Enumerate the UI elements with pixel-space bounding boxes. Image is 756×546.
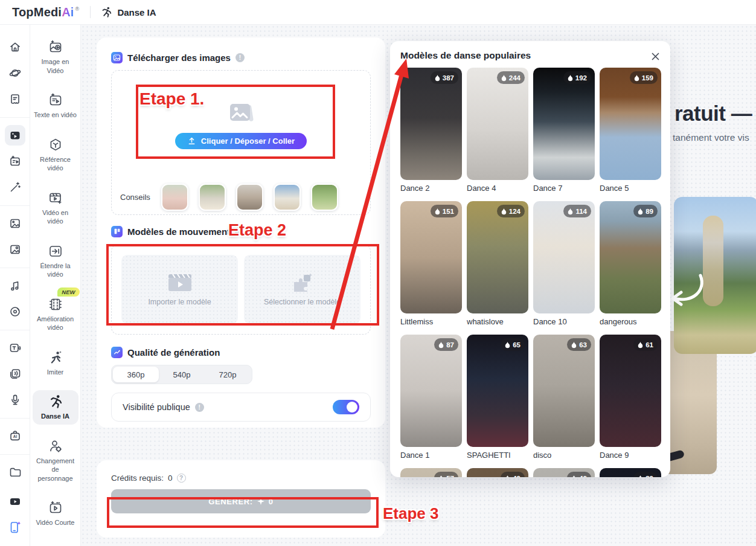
sidebar-item-reference-video[interactable]: Référence vidéo	[33, 133, 78, 176]
image-edit-icon[interactable]	[5, 239, 25, 260]
text-to-speech-icon[interactable]	[5, 338, 25, 358]
sidebar-item-video-courte[interactable]: Vidéo Courte	[33, 496, 78, 531]
dance-model-thumbnail[interactable]: 57	[400, 468, 462, 477]
upload-zone[interactable]: Cliquer / Déposer / Coller	[112, 71, 370, 179]
video-plus-icon[interactable]	[5, 151, 25, 172]
upload-dropzone[interactable]: Cliquer / Déposer / Coller Conseils	[111, 70, 371, 215]
dance-model-card[interactable]: 46	[533, 468, 595, 477]
popularity-count: 151	[443, 208, 454, 215]
dance-model-thumbnail[interactable]: 46	[533, 468, 595, 477]
dance-model-thumbnail[interactable]: 63	[533, 335, 595, 447]
ai-tools-icon[interactable]: AI	[5, 426, 25, 446]
dance-model-card[interactable]: 87 Dance 1	[400, 335, 462, 460]
close-icon[interactable]	[649, 50, 661, 62]
image-icon[interactable]	[5, 213, 25, 234]
youtube-icon[interactable]	[5, 491, 25, 512]
info-icon[interactable]	[195, 403, 204, 412]
dance-model-card[interactable]: 89 dangerous	[600, 201, 661, 326]
flame-icon	[638, 341, 643, 348]
sidebar-item-video-en-video[interactable]: Vidéo en vidéo	[33, 187, 78, 230]
sidebar-item-danse-ia[interactable]: Danse IA	[33, 390, 78, 425]
sidebar-item-amelioration-video[interactable]: NEW Amélioration vidéo	[33, 293, 78, 336]
sidebar-item-imiter[interactable]: Imiter	[33, 346, 78, 381]
import-model-card[interactable]: Importer le modèle	[121, 255, 238, 324]
dance-model-thumbnail[interactable]: 65	[467, 335, 528, 447]
music-icon[interactable]	[5, 275, 25, 296]
phone-app-icon[interactable]	[5, 517, 25, 538]
sidebar-item-label: Vidéo en vidéo	[34, 208, 77, 226]
brand-logo[interactable]: TopMediAi®	[12, 5, 79, 19]
vinyl-icon[interactable]	[5, 301, 25, 322]
microphone-icon[interactable]	[5, 390, 25, 410]
visibility-toggle[interactable]	[333, 400, 359, 414]
dance-model-card[interactable]: 387 Dance 2	[400, 68, 462, 193]
example-thumbnail[interactable]	[161, 184, 188, 211]
dance-model-card[interactable]: 63 disco	[533, 335, 595, 460]
help-icon[interactable]	[177, 474, 186, 483]
dance-model-card[interactable]: 39	[600, 468, 661, 477]
info-icon[interactable]	[235, 53, 245, 62]
dance-model-thumbnail[interactable]: 49	[467, 468, 528, 477]
popularity-badge: 124	[497, 205, 525, 217]
popularity-badge: 39	[633, 472, 658, 477]
quality-option-360p[interactable]: 360p	[113, 367, 159, 382]
clapperboard-icon	[167, 272, 193, 293]
credits-label: Crédits requis:	[111, 474, 164, 483]
video-hub-icon[interactable]	[5, 125, 25, 146]
home-icon[interactable]	[5, 37, 25, 57]
dance-model-thumbnail[interactable]: 124	[467, 201, 528, 313]
explore-planet-icon[interactable]	[5, 63, 25, 83]
quality-segmented-control: 360p 540p 720p	[111, 365, 252, 384]
magic-wand-icon[interactable]	[5, 177, 25, 198]
video-enhance-icon	[48, 297, 63, 312]
sidebar-item-etendre-la-video[interactable]: Étendre la vidéo	[33, 240, 78, 283]
example-thumbnail[interactable]	[236, 184, 263, 211]
dance-model-card[interactable]: 159 Dance 5	[600, 68, 661, 193]
reference-video-icon	[48, 137, 63, 153]
dance-model-card[interactable]: 244 Dance 4	[467, 68, 528, 193]
dance-model-thumbnail[interactable]: 87	[400, 335, 462, 447]
dance-model-thumbnail[interactable]: 159	[600, 68, 661, 180]
dance-model-card[interactable]: 57	[400, 468, 462, 477]
example-thumbnail[interactable]	[199, 184, 226, 211]
dance-model-card[interactable]: 114 Dance 10	[533, 201, 595, 326]
example-thumbnail[interactable]	[274, 184, 301, 211]
upload-button[interactable]: Cliquer / Déposer / Coller	[175, 133, 307, 149]
example-thumbnail[interactable]	[311, 184, 338, 211]
dance-model-card[interactable]: 61 Dance 9	[600, 335, 661, 460]
dance-model-thumbnail[interactable]: 61	[600, 335, 661, 447]
dance-model-card[interactable]: 124 whatislove	[467, 201, 528, 326]
sidebar-item-image-en-video[interactable]: Image en Vidéo	[33, 36, 78, 79]
dance-model-thumbnail[interactable]: 244	[467, 68, 528, 180]
voice-changer-icon[interactable]	[5, 364, 25, 384]
dance-model-card[interactable]: 151 Littlemiss	[400, 201, 462, 326]
select-model-card[interactable]: Sélectionner le modèle	[244, 255, 360, 324]
popularity-count: 192	[575, 74, 587, 82]
dance-model-name: Dance 1	[400, 451, 462, 460]
dance-model-thumbnail[interactable]: 39	[600, 468, 661, 477]
short-video-icon	[48, 500, 63, 516]
dance-model-card[interactable]: 49	[467, 468, 528, 477]
image-placeholder-icon	[226, 101, 255, 126]
dance-model-thumbnail[interactable]: 387	[400, 68, 462, 180]
quality-option-720p[interactable]: 720p	[205, 367, 251, 382]
dance-model-thumbnail[interactable]: 89	[600, 201, 661, 313]
sidebar-item-texte-en-video[interactable]: Texte en vidéo	[33, 89, 78, 123]
dance-model-thumbnail[interactable]: 192	[533, 68, 595, 180]
upload-button-label: Cliquer / Déposer / Coller	[201, 136, 295, 146]
generate-button[interactable]: GÉNÉRER: 0	[111, 489, 371, 513]
flame-icon	[638, 475, 643, 478]
sidebar-item-label: Étendre la vidéo	[34, 262, 77, 279]
dance-model-thumbnail[interactable]: 114	[533, 201, 595, 313]
sidebar-item-changement-de-personnage[interactable]: Changement de personnage	[33, 435, 78, 487]
dance-model-card[interactable]: 192 Dance 7	[533, 68, 595, 193]
info-icon[interactable]	[235, 227, 244, 236]
notes-icon[interactable]	[5, 89, 25, 109]
backdrop-heading: ratuit — Fa	[674, 101, 756, 126]
folder-icon[interactable]	[5, 462, 25, 483]
dance-model-card[interactable]: 65 SPAGHETTI	[467, 335, 528, 460]
popularity-badge: 159	[630, 71, 658, 84]
quality-option-540p[interactable]: 540p	[159, 367, 205, 382]
sidebar-item-historique[interactable]: Historique	[33, 541, 78, 546]
dance-model-thumbnail[interactable]: 151	[400, 201, 462, 313]
